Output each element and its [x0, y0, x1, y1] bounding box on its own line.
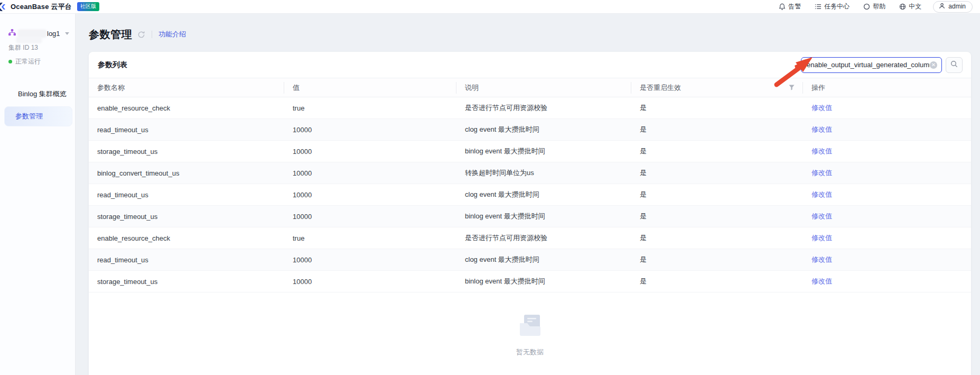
task-list-icon	[815, 3, 822, 10]
sidebar: log1 集群 ID 13 正常运行 Binlog 集群概览 参数管理	[0, 14, 76, 375]
sidebar-item-parameter-management[interactable]: 参数管理	[4, 106, 72, 126]
param-description: binlog event 最大攒批时间	[456, 212, 631, 221]
modify-value-link[interactable]: 修改值	[811, 234, 832, 242]
divider	[152, 31, 152, 38]
nav-help-label: 帮助	[873, 2, 885, 11]
table-row: storage_timeout_us 10000 binlog event 最大…	[89, 141, 971, 162]
param-value: 10000	[284, 278, 456, 286]
param-name: enable_resource_check	[89, 104, 284, 112]
refresh-icon[interactable]	[137, 31, 145, 39]
table-row: read_timeout_us 10000 clog event 最大攒批时间 …	[89, 119, 971, 141]
table-header: 参数名称 值 说明 是否重启生效 操作	[89, 78, 971, 97]
param-value: 10000	[284, 256, 456, 264]
empty-folder-icon	[518, 314, 542, 339]
redacted-text-2	[17, 38, 41, 42]
page-title: 参数管理	[89, 28, 132, 42]
bell-icon	[779, 3, 786, 10]
user-name: admin	[948, 3, 966, 10]
param-name: storage_timeout_us	[89, 278, 284, 286]
app-header: OceanBase 云平台 社区版 告警 任务中心	[0, 0, 980, 14]
col-actions: 操作	[803, 78, 971, 97]
chevron-down-icon	[65, 32, 69, 35]
param-description: 是否进行节点可用资源校验	[456, 233, 631, 243]
param-value: 10000	[284, 191, 456, 199]
param-name: read_timeout_us	[89, 126, 284, 134]
param-value: 10000	[284, 213, 456, 221]
param-value: 10000	[284, 148, 456, 156]
param-restart: 是	[631, 168, 803, 178]
modify-value-link[interactable]: 修改值	[811, 147, 832, 155]
clear-icon[interactable]: ✕	[930, 61, 937, 69]
modify-value-link[interactable]: 修改值	[811, 190, 832, 198]
col-value: 值	[284, 78, 456, 97]
param-name: enable_resource_check	[89, 234, 284, 242]
modify-value-link[interactable]: 修改值	[811, 125, 832, 133]
param-value: 10000	[284, 169, 456, 177]
param-name: storage_timeout_us	[89, 213, 284, 221]
parameter-list-card: 参数列表 ✕	[89, 52, 971, 375]
feature-intro-link[interactable]: 功能介绍	[158, 30, 186, 39]
col-description: 说明	[456, 78, 631, 97]
nav-alerts[interactable]: 告警	[779, 2, 801, 11]
param-restart: 是	[631, 255, 803, 264]
param-description: 转换超时时间单位为us	[456, 168, 631, 178]
param-restart: 是	[631, 277, 803, 286]
cluster-icon	[8, 29, 16, 38]
search-button[interactable]	[946, 57, 963, 73]
param-value: true	[284, 234, 456, 242]
param-name: read_timeout_us	[89, 191, 284, 199]
nav-alerts-label: 告警	[788, 2, 801, 11]
table-body: enable_resource_check true 是否进行节点可用资源校验 …	[89, 97, 971, 292]
param-description: binlog event 最大攒批时间	[456, 147, 631, 156]
param-description: clog event 最大攒批时间	[456, 255, 631, 264]
page-header: 参数管理 功能介绍	[89, 25, 971, 43]
modify-value-link[interactable]: 修改值	[811, 104, 832, 112]
param-name: read_timeout_us	[89, 256, 284, 264]
card-header: 参数列表 ✕	[89, 52, 971, 78]
param-value: true	[284, 104, 456, 112]
redacted-text	[18, 30, 46, 37]
param-restart: 是	[631, 212, 803, 221]
empty-state: 暂无数据	[89, 314, 971, 357]
col-restart-required: 是否重启生效	[631, 78, 803, 97]
nav-language[interactable]: 中文	[899, 2, 921, 11]
col-parameter-name: 参数名称	[89, 78, 284, 97]
param-name: storage_timeout_us	[89, 148, 284, 156]
param-name: binlog_convert_timeout_us	[89, 169, 284, 177]
search-box: ✕	[801, 57, 942, 73]
table-row: enable_resource_check true 是否进行节点可用资源校验 …	[89, 227, 971, 249]
empty-state-text: 暂无数据	[516, 347, 544, 357]
search-icon	[950, 60, 958, 70]
card-title: 参数列表	[98, 60, 127, 70]
nav-task-center-label: 任务中心	[824, 2, 850, 11]
cluster-selector[interactable]: log1	[8, 29, 70, 38]
filter-funnel-icon[interactable]	[789, 85, 795, 90]
user-icon	[939, 3, 945, 11]
param-description: 是否进行节点可用资源校验	[456, 103, 631, 113]
param-description: binlog event 最大攒批时间	[456, 277, 631, 286]
globe-icon	[899, 3, 906, 10]
param-restart: 是	[631, 147, 803, 156]
table-row: enable_resource_check true 是否进行节点可用资源校验 …	[89, 97, 971, 119]
table-row: read_timeout_us 10000 clog event 最大攒批时间 …	[89, 184, 971, 206]
table-row: read_timeout_us 10000 clog event 最大攒批时间 …	[89, 249, 971, 271]
search-input[interactable]	[807, 61, 930, 69]
nav-task-center[interactable]: 任务中心	[815, 2, 850, 11]
sidebar-item-binlog-overview[interactable]: Binlog 集群概览	[4, 84, 72, 104]
user-menu[interactable]: admin	[933, 1, 973, 13]
cluster-name: log1	[18, 30, 60, 38]
brand-title: OceanBase 云平台	[11, 2, 72, 12]
modify-value-link[interactable]: 修改值	[811, 169, 832, 177]
table-row: storage_timeout_us 10000 binlog event 最大…	[89, 271, 971, 292]
table-row: storage_timeout_us 10000 binlog event 最大…	[89, 206, 971, 227]
modify-value-link[interactable]: 修改值	[811, 277, 832, 285]
nav-help[interactable]: 帮助	[863, 2, 885, 11]
param-restart: 是	[631, 190, 803, 199]
cluster-status: 正常运行	[8, 57, 70, 66]
param-description: clog event 最大攒批时间	[456, 125, 631, 134]
modify-value-link[interactable]: 修改值	[811, 212, 832, 220]
edition-badge: 社区版	[77, 2, 99, 11]
help-circle-icon	[863, 3, 870, 10]
header-nav: 告警 任务中心 帮助	[779, 2, 921, 11]
modify-value-link[interactable]: 修改值	[811, 255, 832, 263]
